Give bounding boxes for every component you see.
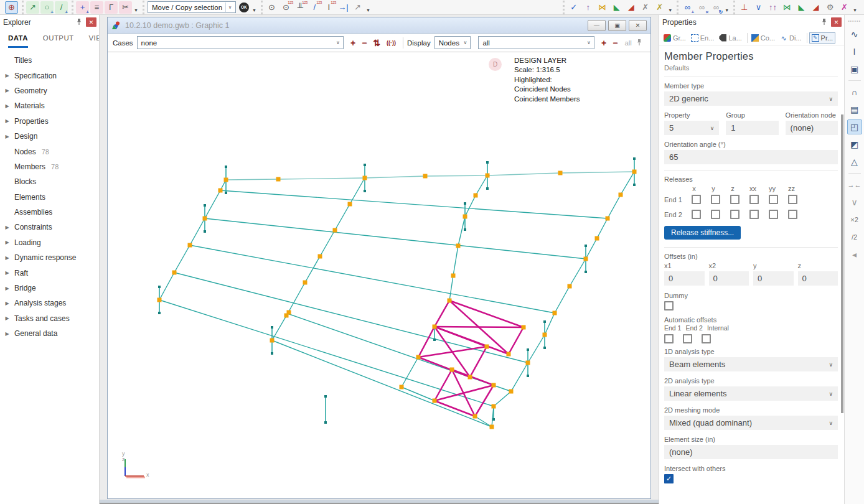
tab-data[interactable]: DATA	[8, 34, 28, 48]
intersect-checkbox[interactable]: ✓	[664, 474, 674, 483]
ptab-labels[interactable]: La...	[717, 33, 743, 43]
model-canvas[interactable]: D DESIGN LAYER Scale: 1:316.5 Highlighte…	[108, 52, 650, 498]
view-bowtie-icon[interactable]: ⋈	[596, 1, 609, 14]
1d-analysis-select[interactable]: Beam elements∨	[664, 357, 838, 371]
sidebar-item-specification[interactable]: ▶Specification	[0, 68, 99, 83]
views-caret[interactable]: ▼	[668, 8, 672, 14]
zoom-extents-icon[interactable]: ⊕	[5, 1, 18, 14]
pin-icon[interactable]	[74, 17, 84, 27]
sidebar-item-bridge[interactable]: ▶Bridge	[0, 281, 99, 296]
2d-meshing-select[interactable]: Mixed (quad dominant)∨	[664, 416, 838, 430]
checkbox[interactable]	[749, 195, 759, 204]
element-size-field[interactable]: (none)	[664, 445, 838, 459]
offset-z-field[interactable]: 0	[798, 271, 838, 286]
collapse-icon[interactable]: ◂	[847, 247, 862, 262]
sidebar-item-members[interactable]: Members78	[0, 159, 99, 174]
link-remove-icon[interactable]: ∞×	[695, 1, 708, 14]
display-add-button[interactable]: +	[601, 38, 606, 48]
checkbox[interactable]	[769, 210, 778, 219]
offset-x1-field[interactable]: 0	[664, 271, 705, 286]
offset-y-field[interactable]: 0	[753, 271, 794, 286]
layers-icon[interactable]: ≡	[90, 1, 103, 14]
checkbox[interactable]	[683, 334, 692, 343]
member-type-select[interactable]: 2D generic∨	[664, 91, 838, 106]
release-stiffness-button[interactable]: Release stiffness...	[664, 226, 741, 240]
checkbox[interactable]	[664, 334, 674, 343]
ptab-entities[interactable]: En...	[689, 33, 716, 43]
ok-button[interactable]: OK	[239, 2, 249, 12]
offset-x2-field[interactable]: 0	[709, 271, 749, 286]
sculpt-ok-caret[interactable]: ▼	[252, 8, 256, 14]
shrink-icon[interactable]: →←	[847, 177, 862, 192]
load-tri2-icon[interactable]: ◢	[809, 1, 822, 14]
solid-view-icon[interactable]: ◰	[847, 119, 862, 134]
polyline-step-icon[interactable]: Γ	[105, 1, 118, 14]
display-remove-button[interactable]: −	[613, 38, 617, 48]
properties-scrollbar[interactable]	[841, 114, 843, 413]
checkbox[interactable]	[692, 195, 701, 204]
view-shear-icon[interactable]: ◣	[610, 1, 623, 14]
stages-icon[interactable]: ▤	[847, 102, 862, 117]
sidebar-item-constraints[interactable]: ▶Constraints	[0, 220, 99, 235]
load-node-icon[interactable]: ⊥	[738, 1, 751, 14]
checkbox[interactable]	[730, 210, 740, 219]
view-y-icon[interactable]: ✗	[653, 1, 666, 14]
ptab-diagrams[interactable]: ∿Di...	[778, 33, 804, 43]
group-field[interactable]: 1	[726, 121, 778, 135]
tab-output[interactable]: OUTPUT	[43, 34, 74, 48]
node-number-icon[interactable]: ⊙123	[279, 1, 293, 14]
tab-views[interactable]: VIEWS	[89, 34, 100, 48]
close-icon[interactable]: ✕	[86, 17, 96, 27]
sidebar-item-dynamic-response[interactable]: ▶Dynamic response	[0, 250, 99, 265]
checkbox[interactable]	[711, 195, 720, 204]
sidebar-item-nodes[interactable]: Nodes78	[0, 144, 99, 159]
orientation-angle-field[interactable]: 65	[664, 150, 838, 164]
element-number-icon[interactable]: /123	[308, 1, 321, 14]
properties-close-icon[interactable]: ✕	[831, 17, 842, 27]
member-settings-icon[interactable]: ▣	[847, 62, 862, 77]
case-squash-button[interactable]: ⇅	[373, 38, 380, 48]
graphic-window-titlebar[interactable]: 10.2.10 demo.gwb : Graphic 1 — ▣ ✕	[108, 17, 650, 34]
support-label-icon[interactable]: ╨123	[294, 1, 307, 14]
properties-pin-icon[interactable]	[819, 17, 829, 27]
diagram-settings-icon[interactable]: △	[847, 154, 862, 169]
checkbox[interactable]	[788, 210, 797, 219]
add-element-icon[interactable]: ∿	[847, 27, 862, 42]
property-select[interactable]: 5∨	[664, 121, 719, 135]
case-broadcast-button[interactable]: ((·))	[387, 40, 396, 46]
section-icon[interactable]: I	[847, 44, 862, 59]
scale-down-icon[interactable]: /2	[847, 230, 862, 245]
sidebar-item-properties[interactable]: ▶Properties	[0, 114, 99, 129]
load-tri1-icon[interactable]: ◣	[795, 1, 808, 14]
link-add-icon[interactable]: ∞+	[681, 1, 694, 14]
view-supports-icon[interactable]: ↑	[581, 1, 594, 14]
cases-select[interactable]: none∨	[137, 36, 344, 49]
checkbox[interactable]	[769, 195, 778, 204]
checkbox[interactable]	[788, 195, 797, 204]
node-label-icon[interactable]: ⊙	[265, 1, 278, 14]
sidebar-item-titles[interactable]: Titles	[0, 53, 99, 68]
add-string-icon[interactable]: ↗	[26, 1, 39, 14]
display-select[interactable]: Nodes∨	[434, 36, 471, 49]
display-filter-select[interactable]: all∨	[478, 36, 594, 49]
contour-settings-icon[interactable]: ◩	[847, 137, 862, 152]
axis-arrow-icon[interactable]: →|	[337, 1, 350, 14]
display-pin-icon[interactable]	[636, 38, 644, 47]
ptab-graphic[interactable]: Gr...	[662, 33, 688, 43]
toolbar-drag-handle[interactable]: ••••••	[848, 19, 861, 23]
sidebar-item-general-data[interactable]: ▶General data	[0, 326, 99, 341]
checkbox[interactable]	[749, 210, 759, 219]
sidebar-item-loading[interactable]: ▶Loading	[0, 235, 99, 250]
sidebar-item-assemblies[interactable]: Assemblies	[0, 205, 99, 220]
more-caret[interactable]: ▼	[134, 8, 138, 14]
case-remove-button[interactable]: −	[362, 38, 367, 48]
ptab-contours[interactable]: Co...	[749, 33, 777, 43]
display-all-button[interactable]: all	[624, 39, 632, 47]
deform-icon[interactable]: ∨	[847, 195, 862, 210]
load-beam-icon[interactable]: ∨	[752, 1, 765, 14]
sculpt-mode-select[interactable]: Move / Copy selection∨	[148, 1, 236, 13]
section-label-icon[interactable]: I123	[322, 1, 336, 14]
axes-icon[interactable]: ++	[76, 1, 89, 14]
view-x-icon[interactable]: ✗	[639, 1, 652, 14]
close-window-icon[interactable]: ✕	[629, 20, 647, 31]
